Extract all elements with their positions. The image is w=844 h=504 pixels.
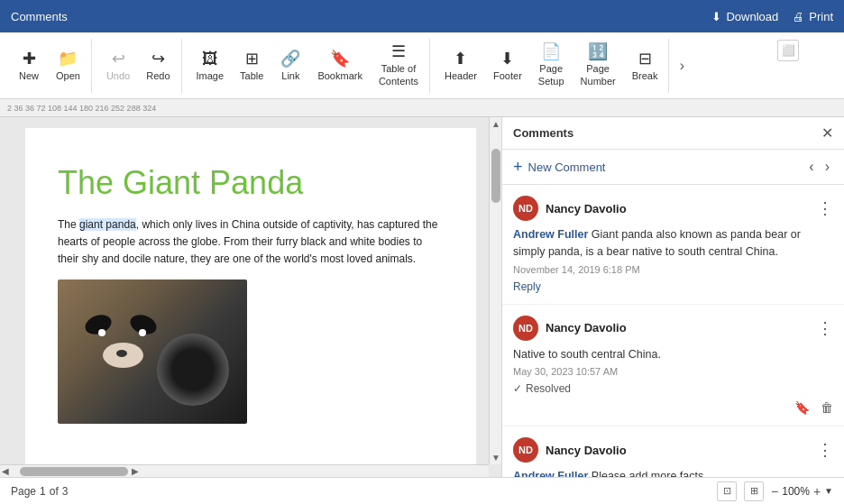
scroll-left-arrow[interactable]: ◀ [0, 466, 11, 476]
ribbon-group-file: ✚ New 📁 Open [7, 39, 92, 93]
panda-nose [116, 350, 127, 357]
zoom-out-button[interactable]: − [771, 484, 778, 499]
page-total: 3 [62, 485, 69, 498]
break-button[interactable]: ⊟ Break [625, 41, 665, 91]
page-current: 1 [40, 485, 46, 498]
horizontal-scrollbar[interactable]: ◀ ▶ [0, 464, 489, 477]
minimize-panel-button[interactable]: ⬜ [777, 40, 799, 61]
ribbon-more-button[interactable]: › [673, 41, 691, 91]
page-number-icon: 🔢 [588, 43, 608, 60]
redo-button[interactable]: ↪ Redo [139, 41, 177, 91]
status-bar: Page 1 of 3 ⊡ ⊞ − 100% + ▼ [0, 477, 844, 504]
comment-body: Andrew Fuller Giant panda also known as … [513, 226, 833, 261]
avatar: ND [513, 196, 538, 221]
scroll-up-arrow[interactable]: ▲ [490, 117, 501, 131]
ribbon-group-history: ↩ Undo ↪ Redo [96, 39, 182, 93]
scroll-right-arrow[interactable]: ▶ [130, 466, 141, 476]
reply-button[interactable]: Reply [513, 280, 833, 293]
toc-icon: ☰ [391, 43, 406, 60]
comment-header: ND Nancy Davolio ⋮ [513, 196, 833, 221]
panda-eye-right-white [139, 329, 146, 336]
footer-button[interactable]: ⬇ Footer [486, 41, 529, 91]
document-title: The Giant Panda [58, 164, 444, 202]
header-button[interactable]: ⬆ Header [437, 41, 484, 91]
prev-comment-button[interactable]: ‹ [805, 157, 817, 177]
comment-author-row: ND Nancy Davolio [513, 316, 627, 341]
document-area: The Giant Panda The giant panda, which o… [0, 117, 501, 477]
zoom-level: 100% [782, 485, 810, 498]
app-title: Comments [11, 10, 68, 23]
bookmark-action-icon[interactable]: 🔖 [794, 400, 810, 415]
open-icon: 📁 [58, 50, 78, 67]
panda-face [157, 334, 229, 406]
comment-item: ND Nancy Davolio ⋮ Andrew Fuller Giant p… [502, 185, 844, 305]
body-highlight: giant panda [79, 218, 136, 231]
chevron-right-icon: › [680, 58, 684, 74]
main-area: The Giant Panda The giant panda, which o… [0, 117, 844, 477]
avatar: ND [513, 437, 538, 463]
comment-body: Native to south central China. [513, 346, 833, 363]
status-right: ⊡ ⊞ − 100% + ▼ [717, 481, 833, 501]
comment-text: Native to south central China. [513, 348, 661, 361]
page-of: of [50, 485, 59, 498]
ribbon-group-insert: 🖼 Image ⊞ Table 🔗 Link 🔖 Bookmark ☰ Tabl… [186, 39, 430, 93]
download-icon: ⬇ [711, 10, 721, 23]
top-bar: Comments ⬇ Download 🖨 Print [0, 0, 844, 32]
page-setup-icon: 📄 [541, 43, 561, 60]
comment-timestamp: November 14, 2019 6:18 PM [513, 264, 833, 275]
scroll-down-arrow[interactable]: ▼ [490, 451, 501, 464]
comment-body: Andrew Fuller Please add more facts. [513, 468, 833, 477]
comment-header: ND Nancy Davolio ⋮ [513, 437, 833, 463]
toc-button[interactable]: ☰ Table ofContents [372, 41, 426, 91]
download-button[interactable]: ⬇ Download [711, 10, 778, 23]
comment-menu-button[interactable]: ⋮ [817, 440, 833, 460]
comment-header: ND Nancy Davolio ⋮ [513, 316, 833, 341]
comment-item: ND Nancy Davolio ⋮ Native to south centr… [502, 305, 844, 427]
view-single-button[interactable]: ⊡ [717, 481, 737, 501]
header-icon: ⬆ [454, 50, 467, 67]
document-scroll[interactable]: The Giant Panda The giant panda, which o… [0, 117, 501, 477]
top-bar-actions: ⬇ Download 🖨 Print [711, 10, 833, 23]
comment-resolved-status: ✓ Resolved [513, 382, 833, 395]
zoom-dropdown-icon[interactable]: ▼ [824, 486, 833, 496]
page-number-button[interactable]: 🔢 PageNumber [573, 41, 623, 91]
status-left: Page 1 of 3 [11, 485, 68, 498]
undo-button[interactable]: ↩ Undo [99, 41, 137, 91]
delete-action-icon[interactable]: 🗑 [821, 400, 833, 415]
view-multi-button[interactable]: ⊞ [744, 481, 764, 501]
zoom-in-button[interactable]: + [813, 484, 821, 499]
image-button[interactable]: 🖼 Image [189, 41, 232, 91]
new-button[interactable]: ✚ New [11, 41, 47, 91]
page-label: Page [11, 485, 36, 498]
table-button[interactable]: ⊞ Table [233, 41, 271, 91]
new-comment-label: New Comment [528, 160, 606, 174]
comments-panel-title: Comments [513, 126, 573, 140]
break-icon: ⊟ [638, 50, 652, 67]
ruler: 2 36 36 72 108 144 180 216 252 288 324 [0, 99, 844, 117]
comments-list: ND Nancy Davolio ⋮ Andrew Fuller Giant p… [502, 185, 844, 477]
vertical-scrollbar-thumb[interactable] [491, 149, 500, 203]
open-button[interactable]: 📁 Open [49, 41, 87, 91]
document-body: The giant panda, which only lives in Chi… [58, 216, 444, 269]
plus-icon: + [513, 158, 523, 177]
new-icon: ✚ [23, 50, 36, 67]
close-comments-button[interactable]: ✕ [821, 124, 833, 142]
horizontal-scrollbar-thumb[interactable] [20, 467, 128, 476]
image-icon: 🖼 [202, 50, 218, 67]
vertical-scrollbar[interactable]: ▲ ▼ [489, 117, 501, 464]
panda-eye-left-white [98, 329, 106, 336]
comment-actions: 🔖 🗑 [513, 400, 833, 415]
new-comment-bar[interactable]: + New Comment ‹ › [502, 150, 844, 185]
print-icon: 🖨 [793, 10, 804, 23]
zoom-controls: − 100% + ▼ [771, 484, 833, 499]
bookmark-button[interactable]: 🔖 Bookmark [310, 41, 370, 91]
comment-author: Nancy Davolio [546, 444, 627, 457]
bookmark-icon: 🔖 [330, 50, 350, 67]
comment-menu-button[interactable]: ⋮ [817, 318, 833, 338]
next-comment-button[interactable]: › [821, 157, 833, 177]
comment-menu-button[interactable]: ⋮ [817, 198, 833, 218]
comment-timestamp: May 30, 2023 10:57 AM [513, 366, 833, 377]
link-button[interactable]: 🔗 Link [272, 41, 308, 91]
page-setup-button[interactable]: 📄 PageSetup [531, 41, 572, 91]
print-button[interactable]: 🖨 Print [793, 10, 833, 23]
